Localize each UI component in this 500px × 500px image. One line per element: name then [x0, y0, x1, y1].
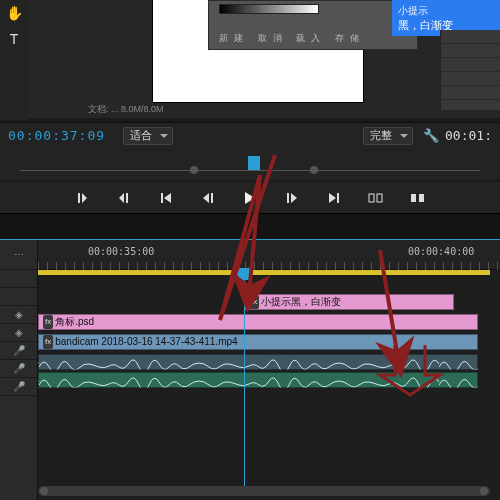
timeline-track-headers: ⋯ ◈ ◈ 🎤 🎤 🎤 — [0, 240, 38, 500]
transport-controls — [0, 182, 500, 214]
clip-v3[interactable]: fx小提示黑，白渐变 — [244, 294, 454, 310]
scrollbar-grip-left[interactable] — [40, 487, 48, 495]
photoshop-preview-area: 新建 取消 载入 存储 小提示 黑，白渐变 文档: ... 8.0M/8.0M — [28, 0, 500, 118]
track-header-v3[interactable] — [0, 288, 37, 306]
svg-rect-2 — [411, 194, 416, 202]
goto-out-button[interactable] — [324, 188, 344, 208]
clip-label: 角标.psd — [55, 316, 94, 327]
scrollbar-grip-right[interactable] — [480, 487, 488, 495]
svg-rect-3 — [419, 194, 424, 202]
fx-badge: fx — [43, 315, 53, 329]
work-area-bar[interactable] — [38, 270, 490, 275]
gradient-preview[interactable] — [219, 4, 319, 14]
track-header-v2[interactable]: ◈ — [0, 306, 37, 324]
photoshop-side-panel — [440, 30, 500, 110]
zoom-fit-dropdown[interactable]: 适合 — [123, 127, 173, 145]
svg-rect-0 — [369, 194, 374, 202]
settings-icon[interactable]: 🔧 — [423, 128, 439, 143]
timeline-horizontal-scrollbar[interactable] — [38, 486, 490, 496]
fx-badge: fx — [249, 295, 259, 309]
mark-out-button[interactable] — [114, 188, 134, 208]
svg-rect-1 — [377, 194, 382, 202]
goto-in-button[interactable] — [156, 188, 176, 208]
clip-label: bandicam 2018-03-16 14-37-43-411.mp4 — [55, 336, 237, 347]
extract-button[interactable] — [408, 188, 428, 208]
mini-timeline-handle-left[interactable] — [190, 166, 198, 174]
resolution-dropdown[interactable]: 完整 — [363, 127, 413, 145]
panel-divider[interactable] — [0, 214, 500, 240]
mini-timeline-handle-right[interactable] — [310, 166, 318, 174]
ruler-ticks — [38, 262, 500, 270]
dialog-buttons[interactable]: 新建 取消 载入 存储 — [219, 32, 365, 45]
type-tool-icon[interactable]: T — [0, 26, 28, 52]
hand-tool-icon[interactable]: ✋ — [0, 0, 28, 26]
mark-in-button[interactable] — [72, 188, 92, 208]
timeline-panel: ⋯ ◈ ◈ 🎤 🎤 🎤 00:00:35:00 00:00:40:00 fx小提… — [0, 240, 500, 500]
clip-label: 小提示黑，白渐变 — [261, 296, 341, 307]
step-fwd-button[interactable] — [282, 188, 302, 208]
monitor-mini-timeline[interactable] — [0, 148, 500, 180]
program-monitor-bar: 00:00:37:09 适合 完整 🔧 00:01: — [0, 122, 500, 148]
track-header-a3[interactable]: 🎤 — [0, 378, 37, 396]
clip-a1[interactable] — [38, 354, 478, 370]
track-header-a2[interactable]: 🎤 — [0, 360, 37, 378]
clip-a2[interactable] — [38, 372, 478, 388]
scrollbar-thumb[interactable] — [38, 486, 490, 496]
lift-button[interactable] — [366, 188, 386, 208]
document-status: 文档: ... 8.0M/8.0M — [88, 103, 164, 116]
mini-timeline-playhead[interactable] — [248, 156, 260, 170]
clip-v2[interactable]: fx角标.psd — [38, 314, 478, 330]
tool-strip: ✋ T — [0, 0, 28, 120]
out-timecode: 00:01: — [445, 128, 492, 143]
timeline-ruler[interactable]: 00:00:35:00 00:00:40:00 — [38, 240, 500, 270]
clip-v1[interactable]: fxbandicam 2018-03-16 14-37-43-411.mp4 — [38, 334, 478, 350]
timeline-playhead[interactable] — [244, 270, 245, 490]
timeline-tools-row[interactable]: ⋯ — [0, 240, 37, 270]
play-button[interactable] — [240, 188, 260, 208]
gradient-dialog[interactable]: 新建 取消 载入 存储 — [208, 0, 418, 50]
step-back-button[interactable] — [198, 188, 218, 208]
current-timecode[interactable]: 00:00:37:09 — [8, 128, 105, 143]
fx-badge: fx — [43, 335, 53, 349]
ruler-tick-label: 00:00:40:00 — [408, 246, 474, 257]
playhead-handle-icon[interactable] — [238, 268, 251, 280]
track-header-spacer — [0, 270, 37, 288]
tooltip-line1: 小提示 — [398, 4, 494, 18]
track-header-v1[interactable]: ◈ — [0, 324, 37, 342]
track-header-a1[interactable]: 🎤 — [0, 342, 37, 360]
ruler-tick-label: 00:00:35:00 — [88, 246, 154, 257]
